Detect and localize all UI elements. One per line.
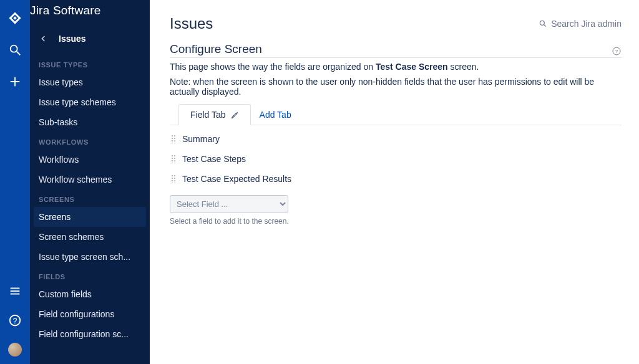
jira-logo-icon[interactable] (8, 11, 22, 27)
nav-field-configuration-schemes[interactable]: Field configuration sc... (30, 324, 150, 344)
main-content: Issues Search Jira admin Configure Scree… (150, 0, 639, 364)
field-name: Test Case Steps (182, 154, 246, 164)
tab-label: Field Tab (190, 110, 226, 120)
back-arrow-icon (39, 34, 49, 44)
field-row[interactable]: Test Case Steps (170, 149, 622, 169)
section-fields: FIELDS (30, 267, 150, 284)
field-row[interactable]: Test Case Expected Results (170, 169, 622, 189)
drag-handle-icon[interactable] (171, 135, 176, 143)
sidebar-back-label: Issues (59, 34, 86, 44)
app-brand: Jira Software (30, 0, 150, 27)
search-icon[interactable] (8, 43, 22, 59)
nav-field-configurations[interactable]: Field configurations (30, 304, 150, 324)
nav-workflows[interactable]: Workflows (30, 150, 150, 170)
add-field-select-wrap: Select Field ... Select a field to add i… (170, 195, 622, 226)
screen-note: Note: when the screen is shown to the us… (170, 77, 622, 97)
section-subtitle: Configure Screen (170, 42, 262, 56)
field-row[interactable]: Summary (170, 129, 622, 149)
nav-workflow-schemes[interactable]: Workflow schemes (30, 170, 150, 189)
help-icon[interactable]: ? (612, 46, 622, 56)
svg-point-0 (11, 46, 17, 52)
page-title: Issues (170, 15, 213, 32)
global-nav-rail: ? (0, 0, 30, 364)
nav-issue-type-schemes[interactable]: Issue type schemes (30, 92, 150, 112)
svg-text:?: ? (13, 317, 17, 325)
field-tab[interactable]: Field Tab (178, 104, 251, 125)
tabs-bar: Field Tab Add Tab (170, 104, 622, 125)
sidebar-scroll[interactable]: Issues ISSUE TYPES Issue types Issue typ… (30, 27, 150, 364)
search-icon (539, 19, 547, 28)
field-list: Summary Test Case Steps Test Case Expect… (170, 129, 622, 189)
nav-issue-type-screen-schemes[interactable]: Issue type screen sch... (30, 247, 150, 267)
section-issue-types: ISSUE TYPES (30, 55, 150, 72)
nav-issue-types[interactable]: Issue types (30, 72, 150, 92)
search-admin-label: Search Jira admin (551, 19, 622, 29)
field-name: Summary (182, 134, 220, 144)
svg-point-9 (540, 21, 545, 25)
nav-sub-tasks[interactable]: Sub-tasks (30, 112, 150, 132)
section-workflows: WORKFLOWS (30, 132, 150, 150)
nav-screens[interactable]: Screens (34, 207, 146, 227)
help-icon[interactable]: ? (8, 314, 22, 329)
edit-tab-icon[interactable] (231, 111, 239, 119)
section-screens: SCREENS (30, 189, 150, 207)
svg-line-10 (544, 25, 546, 27)
plus-icon[interactable] (8, 75, 22, 90)
screen-description: This page shows the way the fields are o… (170, 62, 622, 72)
drag-handle-icon[interactable] (171, 155, 176, 163)
add-field-hint: Select a field to add it to the screen. (170, 217, 622, 226)
avatar[interactable] (8, 343, 22, 357)
admin-sidebar: Jira Software Issues ISSUE TYPES Issue t… (30, 0, 150, 364)
nav-screen-schemes[interactable]: Screen schemes (30, 227, 150, 247)
svg-text:?: ? (615, 49, 618, 54)
svg-line-1 (17, 52, 21, 55)
drag-handle-icon[interactable] (171, 175, 176, 183)
menu-icon[interactable] (8, 284, 22, 300)
search-jira-admin[interactable]: Search Jira admin (539, 19, 622, 29)
add-field-select[interactable]: Select Field ... (170, 195, 288, 213)
add-tab-link[interactable]: Add Tab (260, 110, 291, 120)
field-name: Test Case Expected Results (182, 174, 291, 184)
sidebar-back[interactable]: Issues (30, 27, 150, 55)
nav-custom-fields[interactable]: Custom fields (30, 284, 150, 304)
